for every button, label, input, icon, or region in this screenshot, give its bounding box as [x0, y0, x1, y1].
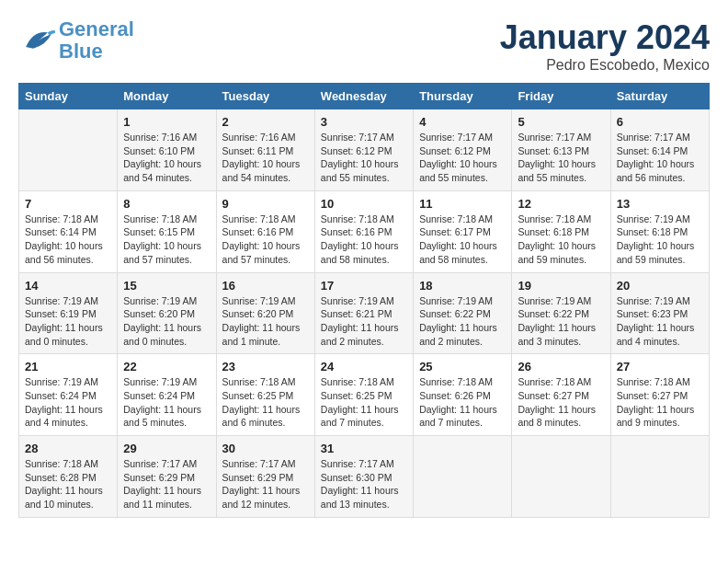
week-row-2: 7Sunrise: 7:18 AM Sunset: 6:14 PM Daylig… [19, 190, 710, 272]
title-block: January 2024 Pedro Escobedo, Mexico [500, 18, 710, 74]
day-info: Sunrise: 7:18 AM Sunset: 6:27 PM Dayligh… [518, 375, 604, 430]
day-number: 26 [518, 360, 604, 373]
day-number: 17 [321, 279, 407, 293]
day-number: 23 [222, 360, 309, 373]
week-row-1: 1Sunrise: 7:16 AM Sunset: 6:10 PM Daylig… [19, 109, 710, 191]
calendar-cell: 21Sunrise: 7:19 AM Sunset: 6:24 PM Dayli… [19, 354, 118, 436]
day-info: Sunrise: 7:17 AM Sunset: 6:13 PM Dayligh… [518, 131, 604, 185]
calendar-cell: 19Sunrise: 7:19 AM Sunset: 6:22 PM Dayli… [512, 272, 610, 354]
calendar-cell [414, 436, 512, 518]
day-number: 13 [617, 197, 703, 211]
week-row-5: 28Sunrise: 7:18 AM Sunset: 6:28 PM Dayli… [19, 436, 710, 518]
day-number: 7 [25, 197, 111, 211]
day-info: Sunrise: 7:18 AM Sunset: 6:16 PM Dayligh… [222, 213, 309, 267]
page-header: General Blue January 2024 Pedro Escobedo… [18, 18, 710, 74]
calendar-cell [19, 109, 118, 191]
day-number: 28 [25, 442, 111, 455]
day-info: Sunrise: 7:17 AM Sunset: 6:30 PM Dayligh… [321, 457, 407, 511]
day-info: Sunrise: 7:18 AM Sunset: 6:15 PM Dayligh… [123, 213, 210, 267]
day-info: Sunrise: 7:18 AM Sunset: 6:18 PM Dayligh… [518, 213, 604, 267]
day-info: Sunrise: 7:18 AM Sunset: 6:25 PM Dayligh… [222, 375, 309, 430]
day-info: Sunrise: 7:18 AM Sunset: 6:25 PM Dayligh… [321, 375, 407, 430]
day-number: 22 [123, 360, 210, 373]
calendar-cell: 8Sunrise: 7:18 AM Sunset: 6:15 PM Daylig… [118, 190, 216, 272]
day-number: 1 [123, 115, 210, 129]
day-info: Sunrise: 7:19 AM Sunset: 6:18 PM Dayligh… [617, 213, 703, 267]
day-info: Sunrise: 7:18 AM Sunset: 6:28 PM Dayligh… [25, 457, 111, 511]
logo: General Blue [18, 18, 134, 63]
day-info: Sunrise: 7:17 AM Sunset: 6:14 PM Dayligh… [617, 131, 703, 185]
day-number: 12 [518, 197, 604, 211]
calendar-cell: 12Sunrise: 7:18 AM Sunset: 6:18 PM Dayli… [512, 190, 610, 272]
day-info: Sunrise: 7:19 AM Sunset: 6:20 PM Dayligh… [222, 294, 309, 349]
day-number: 29 [123, 442, 210, 455]
calendar-cell: 9Sunrise: 7:18 AM Sunset: 6:16 PM Daylig… [216, 190, 314, 272]
day-info: Sunrise: 7:16 AM Sunset: 6:11 PM Dayligh… [222, 131, 309, 185]
day-info: Sunrise: 7:19 AM Sunset: 6:21 PM Dayligh… [321, 294, 407, 349]
calendar-cell: 28Sunrise: 7:18 AM Sunset: 6:28 PM Dayli… [19, 436, 118, 518]
header-thursday: Thursday [414, 84, 512, 109]
calendar-cell: 29Sunrise: 7:17 AM Sunset: 6:29 PM Dayli… [118, 436, 216, 518]
day-number: 6 [617, 115, 703, 129]
calendar-cell: 1Sunrise: 7:16 AM Sunset: 6:10 PM Daylig… [118, 109, 216, 191]
day-number: 8 [123, 197, 210, 211]
header-monday: Monday [118, 84, 216, 109]
calendar-cell: 3Sunrise: 7:17 AM Sunset: 6:12 PM Daylig… [314, 109, 413, 191]
day-info: Sunrise: 7:19 AM Sunset: 6:22 PM Dayligh… [419, 294, 506, 349]
day-info: Sunrise: 7:17 AM Sunset: 6:12 PM Dayligh… [321, 131, 407, 185]
calendar-table: SundayMondayTuesdayWednesdayThursdayFrid… [18, 83, 710, 518]
day-number: 14 [25, 279, 111, 293]
day-number: 2 [222, 115, 309, 129]
calendar-cell: 27Sunrise: 7:18 AM Sunset: 6:27 PM Dayli… [610, 354, 709, 436]
day-info: Sunrise: 7:18 AM Sunset: 6:27 PM Dayligh… [617, 375, 703, 430]
calendar-cell: 30Sunrise: 7:17 AM Sunset: 6:29 PM Dayli… [216, 436, 314, 518]
calendar-cell: 26Sunrise: 7:18 AM Sunset: 6:27 PM Dayli… [512, 354, 610, 436]
day-number: 30 [222, 442, 309, 455]
calendar-cell [610, 436, 709, 518]
calendar-cell: 11Sunrise: 7:18 AM Sunset: 6:17 PM Dayli… [414, 190, 512, 272]
header-sunday: Sunday [19, 84, 118, 109]
day-number: 9 [222, 197, 309, 211]
calendar-cell: 7Sunrise: 7:18 AM Sunset: 6:14 PM Daylig… [19, 190, 118, 272]
day-number: 15 [123, 279, 210, 293]
calendar-header-row: SundayMondayTuesdayWednesdayThursdayFrid… [19, 84, 710, 109]
calendar-cell: 20Sunrise: 7:19 AM Sunset: 6:23 PM Dayli… [610, 272, 709, 354]
calendar-cell: 14Sunrise: 7:19 AM Sunset: 6:19 PM Dayli… [19, 272, 118, 354]
day-number: 18 [419, 279, 506, 293]
day-number: 4 [419, 115, 506, 129]
header-tuesday: Tuesday [216, 84, 314, 109]
day-info: Sunrise: 7:19 AM Sunset: 6:20 PM Dayligh… [123, 294, 210, 349]
day-number: 11 [419, 197, 506, 211]
day-number: 19 [518, 279, 604, 293]
day-number: 10 [321, 197, 407, 211]
calendar-cell: 22Sunrise: 7:19 AM Sunset: 6:24 PM Dayli… [118, 354, 216, 436]
calendar-cell: 31Sunrise: 7:17 AM Sunset: 6:30 PM Dayli… [314, 436, 413, 518]
day-number: 5 [518, 115, 604, 129]
day-info: Sunrise: 7:17 AM Sunset: 6:12 PM Dayligh… [419, 131, 506, 185]
day-info: Sunrise: 7:19 AM Sunset: 6:19 PM Dayligh… [25, 294, 111, 349]
calendar-cell: 24Sunrise: 7:18 AM Sunset: 6:25 PM Dayli… [314, 354, 413, 436]
calendar-cell: 6Sunrise: 7:17 AM Sunset: 6:14 PM Daylig… [610, 109, 709, 191]
day-number: 3 [321, 115, 407, 129]
day-number: 25 [419, 360, 506, 373]
day-info: Sunrise: 7:19 AM Sunset: 6:24 PM Dayligh… [123, 375, 210, 430]
logo-icon [18, 27, 55, 54]
day-info: Sunrise: 7:16 AM Sunset: 6:10 PM Dayligh… [123, 131, 210, 185]
day-info: Sunrise: 7:18 AM Sunset: 6:17 PM Dayligh… [419, 213, 506, 267]
calendar-cell [512, 436, 610, 518]
header-saturday: Saturday [610, 84, 709, 109]
calendar-cell: 10Sunrise: 7:18 AM Sunset: 6:16 PM Dayli… [314, 190, 413, 272]
day-info: Sunrise: 7:19 AM Sunset: 6:22 PM Dayligh… [518, 294, 604, 349]
day-number: 31 [321, 442, 407, 455]
week-row-3: 14Sunrise: 7:19 AM Sunset: 6:19 PM Dayli… [19, 272, 710, 354]
day-info: Sunrise: 7:17 AM Sunset: 6:29 PM Dayligh… [222, 457, 309, 511]
week-row-4: 21Sunrise: 7:19 AM Sunset: 6:24 PM Dayli… [19, 354, 710, 436]
day-number: 24 [321, 360, 407, 373]
day-info: Sunrise: 7:19 AM Sunset: 6:23 PM Dayligh… [617, 294, 703, 349]
day-info: Sunrise: 7:18 AM Sunset: 6:16 PM Dayligh… [321, 213, 407, 267]
header-friday: Friday [512, 84, 610, 109]
header-wednesday: Wednesday [314, 84, 413, 109]
calendar-cell: 16Sunrise: 7:19 AM Sunset: 6:20 PM Dayli… [216, 272, 314, 354]
calendar-cell: 25Sunrise: 7:18 AM Sunset: 6:26 PM Dayli… [414, 354, 512, 436]
calendar-cell: 5Sunrise: 7:17 AM Sunset: 6:13 PM Daylig… [512, 109, 610, 191]
